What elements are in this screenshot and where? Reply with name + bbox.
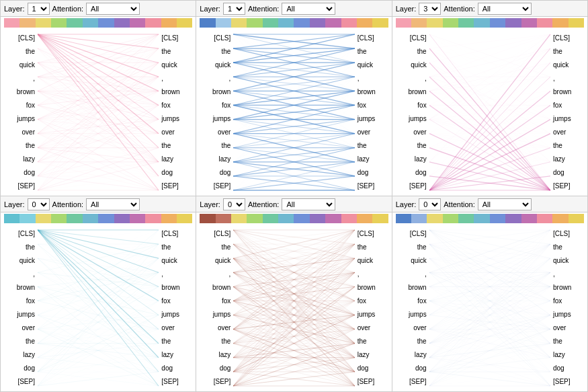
color-cell-10[interactable]: [161, 18, 177, 28]
attention-viz-p4: [CLS]thequick,brownfoxjumpsoverthelazydo…: [1, 225, 196, 391]
color-cell-7[interactable]: [505, 18, 521, 28]
color-cell-6[interactable]: [294, 214, 309, 223]
token-label-left: fox: [222, 297, 230, 306]
color-cell-8[interactable]: [521, 18, 537, 28]
token-label-left: [CLS]: [214, 229, 230, 239]
color-cell-10[interactable]: [161, 214, 177, 223]
layer-select[interactable]: 0: [419, 198, 441, 210]
color-cell-6[interactable]: [98, 18, 114, 28]
layer-select[interactable]: 0: [223, 198, 245, 210]
color-cell-9[interactable]: [341, 18, 357, 28]
color-cell-8[interactable]: [325, 214, 341, 223]
color-cell-6[interactable]: [490, 18, 505, 28]
color-cell-1[interactable]: [411, 214, 427, 223]
token-label-right: the: [358, 337, 367, 346]
color-cell-9[interactable]: [341, 214, 357, 223]
token-label-left: the: [26, 47, 35, 56]
attention-select[interactable]: All: [478, 3, 532, 15]
color-cell-2[interactable]: [36, 18, 51, 28]
layer-select[interactable]: 1: [28, 3, 50, 15]
attention-select[interactable]: All: [478, 198, 532, 210]
color-cell-2[interactable]: [36, 214, 51, 223]
token-label-left: over: [218, 323, 230, 333]
color-cell-4[interactable]: [263, 214, 278, 223]
color-cell-3[interactable]: [443, 18, 458, 28]
color-cell-3[interactable]: [51, 214, 67, 223]
token-label-left: the: [26, 141, 35, 151]
color-cell-0[interactable]: [396, 214, 411, 223]
color-cell-10[interactable]: [552, 18, 568, 28]
panel-body-p4: [CLS]thequick,brownfoxjumpsoverthelazydo…: [1, 225, 196, 391]
color-cell-7[interactable]: [114, 214, 130, 223]
color-cell-11[interactable]: [177, 18, 192, 28]
color-cell-0[interactable]: [200, 18, 215, 28]
color-cell-11[interactable]: [372, 18, 388, 28]
color-cell-6[interactable]: [490, 214, 505, 223]
color-cell-6[interactable]: [98, 214, 114, 223]
color-cell-11[interactable]: [569, 18, 584, 28]
color-cell-2[interactable]: [231, 18, 247, 28]
color-cell-0[interactable]: [4, 18, 19, 28]
color-cell-4[interactable]: [458, 214, 474, 223]
color-cell-4[interactable]: [67, 18, 82, 28]
color-cell-9[interactable]: [537, 214, 552, 223]
color-cell-4[interactable]: [67, 214, 82, 223]
color-cell-1[interactable]: [19, 18, 35, 28]
color-cell-0[interactable]: [4, 214, 19, 223]
color-cell-7[interactable]: [310, 214, 325, 223]
color-cell-7[interactable]: [310, 18, 325, 28]
color-cell-10[interactable]: [357, 214, 372, 223]
color-cell-0[interactable]: [396, 18, 411, 28]
color-cell-8[interactable]: [325, 18, 341, 28]
color-cell-11[interactable]: [372, 214, 388, 223]
color-cell-1[interactable]: [216, 18, 231, 28]
color-cell-1[interactable]: [216, 214, 231, 223]
color-cell-3[interactable]: [247, 214, 262, 223]
color-cell-3[interactable]: [247, 18, 262, 28]
color-cell-8[interactable]: [130, 214, 145, 223]
attention-select[interactable]: All: [86, 3, 140, 15]
attention-canvas: [38, 29, 159, 196]
color-cell-5[interactable]: [474, 214, 489, 223]
layer-select[interactable]: 0: [28, 198, 50, 210]
color-cell-5[interactable]: [474, 18, 489, 28]
token-label-right: over: [161, 323, 174, 333]
color-cell-7[interactable]: [505, 214, 521, 223]
main-container: Layer:1Attention:All[CLS]thequick,brownf…: [0, 0, 588, 392]
color-cell-7[interactable]: [114, 18, 130, 28]
color-cell-11[interactable]: [177, 214, 192, 223]
color-cell-2[interactable]: [427, 214, 442, 223]
token-label-right: quick: [553, 256, 569, 266]
color-cell-11[interactable]: [569, 214, 584, 223]
layer-select[interactable]: 3: [419, 3, 441, 15]
color-cell-0[interactable]: [200, 214, 215, 223]
color-cell-9[interactable]: [145, 18, 161, 28]
color-cell-5[interactable]: [278, 18, 294, 28]
token-label-right: quick: [161, 256, 177, 266]
color-cell-4[interactable]: [458, 18, 474, 28]
attention-select[interactable]: All: [86, 198, 140, 210]
color-cell-5[interactable]: [83, 18, 98, 28]
color-cell-2[interactable]: [427, 18, 442, 28]
token-label-left: fox: [417, 101, 426, 110]
attention-select[interactable]: All: [282, 3, 335, 15]
color-cell-1[interactable]: [411, 18, 427, 28]
color-cell-1[interactable]: [19, 214, 35, 223]
color-cell-8[interactable]: [130, 18, 145, 28]
color-cell-9[interactable]: [145, 214, 161, 223]
token-label-right: fox: [553, 101, 562, 110]
color-cell-10[interactable]: [552, 214, 568, 223]
color-cell-9[interactable]: [537, 18, 552, 28]
color-cell-8[interactable]: [521, 214, 537, 223]
layer-select[interactable]: 1: [223, 3, 245, 15]
right-tokens: [CLS]thequick,brownfoxjumpsoverthelazydo…: [550, 29, 587, 196]
attention-select[interactable]: All: [282, 198, 335, 210]
color-cell-5[interactable]: [83, 214, 98, 223]
color-cell-4[interactable]: [263, 18, 278, 28]
color-cell-6[interactable]: [294, 18, 309, 28]
color-cell-3[interactable]: [51, 18, 67, 28]
color-cell-3[interactable]: [443, 214, 458, 223]
color-cell-10[interactable]: [357, 18, 372, 28]
color-cell-2[interactable]: [231, 214, 247, 223]
color-cell-5[interactable]: [278, 214, 294, 223]
